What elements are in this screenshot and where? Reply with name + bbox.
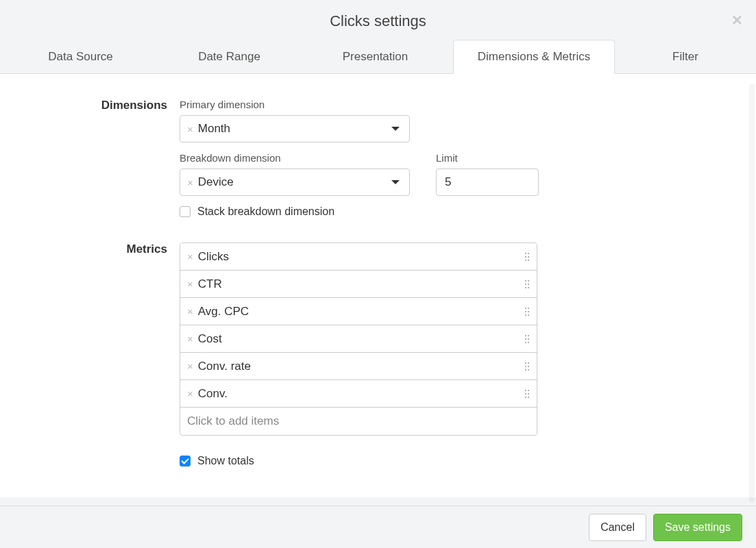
metric-item[interactable]: × Avg. CPC bbox=[180, 298, 537, 325]
drag-handle-icon[interactable] bbox=[524, 279, 530, 289]
svg-point-35 bbox=[528, 397, 529, 398]
stack-breakdown-checkbox[interactable] bbox=[180, 206, 191, 217]
svg-point-19 bbox=[528, 335, 529, 336]
remove-icon[interactable]: × bbox=[187, 251, 193, 262]
remove-icon[interactable]: × bbox=[187, 334, 193, 344]
svg-point-23 bbox=[528, 342, 529, 343]
limit-label: Limit bbox=[436, 152, 539, 164]
svg-point-8 bbox=[525, 284, 526, 285]
show-totals-checkbox[interactable] bbox=[180, 456, 191, 466]
svg-point-6 bbox=[525, 280, 526, 282]
modal-title: Clicks settings bbox=[330, 12, 426, 29]
metric-name: Avg. CPC bbox=[198, 305, 524, 319]
tab-dimensions-metrics[interactable]: Dimensions & Metrics bbox=[453, 40, 615, 74]
svg-point-30 bbox=[525, 390, 526, 391]
tab-data-source[interactable]: Data Source bbox=[0, 40, 161, 73]
metrics-section: Metrics × Clicks × CTR × Avg. bbox=[0, 242, 756, 486]
breakdown-dimension-value: Device bbox=[198, 175, 391, 189]
svg-point-22 bbox=[525, 342, 526, 343]
svg-point-18 bbox=[525, 335, 526, 336]
svg-point-13 bbox=[528, 308, 529, 309]
modal-header: Clicks settings × bbox=[0, 0, 756, 40]
tab-filter[interactable]: Filter bbox=[615, 40, 756, 73]
tabs: Data Source Date Range Presentation Dime… bbox=[0, 40, 756, 74]
svg-point-29 bbox=[528, 369, 529, 371]
tab-label: Dimensions & Metrics bbox=[478, 50, 590, 63]
svg-point-15 bbox=[528, 311, 529, 312]
svg-point-1 bbox=[528, 253, 529, 254]
remove-icon[interactable]: × bbox=[187, 177, 193, 188]
svg-point-0 bbox=[525, 253, 526, 254]
svg-point-34 bbox=[525, 397, 526, 398]
metric-item[interactable]: × Conv. rate bbox=[180, 353, 537, 380]
svg-point-24 bbox=[525, 362, 526, 364]
drag-handle-icon[interactable] bbox=[524, 307, 530, 316]
metric-item[interactable]: × Cost bbox=[180, 325, 537, 353]
drag-handle-icon[interactable] bbox=[524, 389, 530, 399]
remove-icon[interactable]: × bbox=[187, 388, 193, 399]
svg-point-11 bbox=[528, 287, 529, 288]
modal-footer: Cancel Save settings bbox=[0, 506, 756, 548]
svg-point-3 bbox=[528, 256, 529, 258]
metrics-list: × Clicks × CTR × Avg. CPC bbox=[180, 242, 537, 436]
chevron-down-icon bbox=[391, 127, 400, 131]
metric-item[interactable]: × CTR bbox=[180, 271, 537, 298]
svg-point-5 bbox=[528, 260, 529, 261]
metric-name: Conv. rate bbox=[198, 360, 524, 373]
svg-point-7 bbox=[528, 280, 529, 282]
svg-point-33 bbox=[528, 393, 529, 395]
svg-point-32 bbox=[525, 393, 526, 395]
svg-point-20 bbox=[525, 338, 526, 340]
chevron-down-icon bbox=[391, 180, 400, 184]
svg-point-31 bbox=[528, 390, 529, 391]
metric-name: CTR bbox=[198, 277, 524, 291]
limit-input[interactable] bbox=[436, 169, 539, 196]
add-metric-placeholder: Click to add items bbox=[187, 414, 279, 428]
tab-date-range[interactable]: Date Range bbox=[161, 40, 297, 73]
svg-point-26 bbox=[525, 366, 526, 367]
save-button-label: Save settings bbox=[665, 521, 731, 533]
add-metric-input[interactable]: Click to add items bbox=[180, 408, 537, 435]
primary-dimension-select[interactable]: × Month bbox=[180, 115, 410, 142]
remove-icon[interactable]: × bbox=[187, 361, 193, 371]
remove-icon[interactable]: × bbox=[187, 124, 193, 134]
stack-breakdown-label: Stack breakdown dimension bbox=[197, 206, 334, 218]
cancel-button-label: Cancel bbox=[600, 521, 635, 533]
svg-point-25 bbox=[528, 362, 529, 364]
metric-name: Cost bbox=[198, 332, 524, 346]
tab-label: Filter bbox=[672, 50, 698, 63]
cancel-button[interactable]: Cancel bbox=[589, 514, 646, 541]
svg-point-17 bbox=[528, 314, 529, 316]
svg-point-2 bbox=[525, 256, 526, 258]
remove-icon[interactable]: × bbox=[187, 279, 193, 289]
svg-point-21 bbox=[528, 338, 529, 340]
drag-handle-icon[interactable] bbox=[524, 252, 530, 262]
svg-point-12 bbox=[525, 308, 526, 309]
tab-label: Presentation bbox=[343, 50, 408, 63]
primary-dimension-value: Month bbox=[198, 122, 391, 136]
dimensions-label: Dimensions bbox=[0, 99, 180, 237]
svg-point-16 bbox=[525, 314, 526, 316]
metric-name: Conv. bbox=[198, 387, 524, 401]
dimensions-section: Dimensions Primary dimension × Month Bre… bbox=[0, 99, 756, 237]
svg-point-9 bbox=[528, 284, 529, 285]
metric-item[interactable]: × Clicks bbox=[180, 243, 537, 271]
content-area: Dimensions Primary dimension × Month Bre… bbox=[0, 74, 756, 497]
close-icon[interactable]: × bbox=[732, 11, 742, 29]
svg-point-4 bbox=[525, 260, 526, 261]
tab-presentation[interactable]: Presentation bbox=[297, 40, 453, 73]
drag-handle-icon[interactable] bbox=[524, 362, 530, 371]
remove-icon[interactable]: × bbox=[187, 306, 193, 316]
breakdown-dimension-select[interactable]: × Device bbox=[180, 169, 410, 196]
svg-point-28 bbox=[525, 369, 526, 371]
save-settings-button[interactable]: Save settings bbox=[653, 514, 742, 541]
metric-name: Clicks bbox=[198, 250, 524, 264]
tab-label: Data Source bbox=[48, 50, 113, 63]
breakdown-dimension-label: Breakdown dimension bbox=[180, 152, 410, 164]
metrics-label: Metrics bbox=[0, 242, 180, 486]
drag-handle-icon[interactable] bbox=[524, 334, 530, 344]
metric-item[interactable]: × Conv. bbox=[180, 380, 537, 408]
svg-point-27 bbox=[528, 366, 529, 367]
scrollbar[interactable] bbox=[749, 84, 755, 503]
show-totals-label: Show totals bbox=[197, 455, 254, 467]
